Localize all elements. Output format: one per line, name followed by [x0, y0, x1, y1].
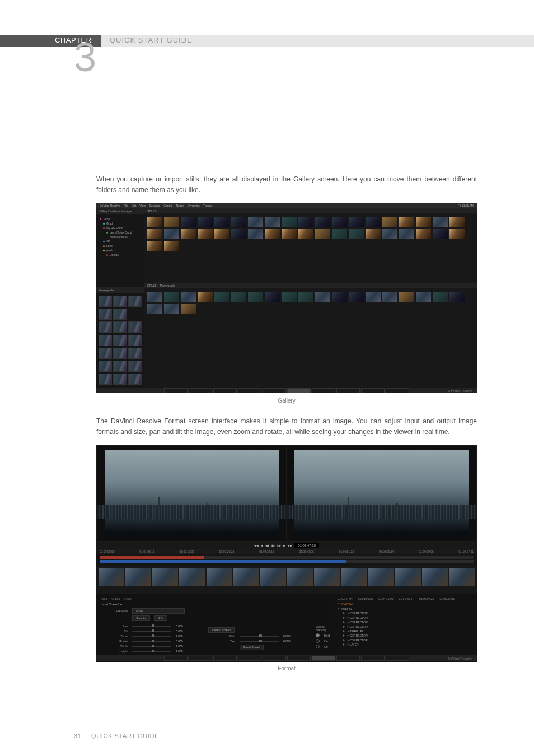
tree-item[interactable]: Temp	[103, 217, 110, 221]
tab-viewer[interactable]	[263, 388, 286, 393]
tab-color[interactable]	[238, 656, 261, 661]
tab-config[interactable]	[164, 656, 188, 661]
default-screen-button[interactable]: Default Screen	[208, 627, 235, 633]
width-value: 1.000	[176, 645, 191, 648]
blanking-title: Source Blanking	[316, 625, 330, 632]
transport-bar[interactable]: ◀◀◀◀▮▮▮▮▶▶▶▶ 01:03:47:18	[96, 542, 477, 549]
pan-value: 0.000	[176, 624, 191, 628]
edit-button[interactable]: Edit	[154, 615, 167, 621]
output-viewer[interactable]	[287, 446, 476, 541]
tab-powergrade[interactable]: Powergrade	[160, 284, 175, 287]
tree-item[interactable]: My UK Show	[106, 226, 123, 230]
footer-section: QUICK START GUIDE	[91, 732, 159, 739]
yaw-value: 0.000	[283, 640, 299, 643]
source-viewer[interactable]	[97, 446, 286, 541]
tab-conform[interactable]	[213, 388, 237, 393]
side-thumbs[interactable]	[96, 293, 144, 388]
tree-item[interactable]: Demos	[110, 253, 119, 256]
tab-deck[interactable]	[336, 388, 360, 393]
height-label: Height	[101, 650, 128, 653]
menubar: DaVinci Resolve File Edit View Sessions …	[96, 203, 477, 208]
format-screenshot: ◀◀◀◀▮▮▮▮▶▶▶▶ 01:03:47:18 01:00:00:0001:0…	[96, 445, 477, 661]
caption-gallery: Gallery	[96, 398, 477, 404]
tab-gallery[interactable]	[287, 388, 311, 393]
stills-grid-lower[interactable]	[144, 288, 477, 388]
filmstrip[interactable]	[96, 566, 477, 594]
pan-label: Pan	[101, 624, 128, 628]
pitch-label: Pitch	[208, 634, 235, 638]
tab-input[interactable]: Input	[101, 597, 107, 600]
tree-item[interactable]: miscellaneous	[110, 235, 128, 239]
folder-tree[interactable]: Temp Grad My UK Show Lens Noise Cloud mi…	[96, 214, 144, 287]
reset-preset-button[interactable]: Reset Preset	[240, 645, 264, 650]
menu-nodes[interactable]: Nodes	[176, 204, 184, 207]
tilt-value: 0.000	[176, 629, 191, 633]
content-area: When you capture or import stills, they …	[96, 148, 477, 684]
tab-revival[interactable]	[361, 388, 385, 393]
yaw-slider[interactable]	[240, 641, 279, 642]
zoom-slider[interactable]	[132, 636, 171, 637]
tab-deck[interactable]	[336, 656, 360, 661]
paragraph-format-intro: The DaVinci Resolve Format screen interf…	[96, 416, 477, 437]
save-as-button[interactable]: Save As	[132, 615, 150, 621]
tab-conform[interactable]	[213, 656, 237, 661]
tree-item[interactable]: Lens	[106, 244, 113, 248]
tab-browse[interactable]	[189, 656, 212, 661]
mini-timeline[interactable]: 01:00:00:0001:01:08:1601:02:17:0701:03:2…	[96, 549, 477, 566]
brand-label: DaVinci Resolve	[448, 389, 472, 393]
page-tabs[interactable]	[96, 655, 477, 661]
yaw-label: Yaw	[208, 640, 235, 643]
page-number: 31	[74, 732, 81, 739]
pitch-value: 0.000	[283, 634, 299, 638]
preset-dropdown[interactable]: None	[132, 608, 185, 614]
pitch-slider[interactable]	[240, 636, 279, 637]
menu-control[interactable]: Control	[163, 204, 172, 207]
tilt-slider[interactable]	[132, 631, 171, 632]
tab-proxy[interactable]: Proxy	[124, 597, 132, 600]
tree-item[interactable]: grads	[106, 249, 114, 252]
tab-browse[interactable]	[189, 388, 212, 393]
menu-edit[interactable]: Edit	[132, 204, 137, 207]
pan-slider[interactable]	[132, 626, 171, 627]
blanking-on[interactable]	[316, 639, 320, 643]
menu-file[interactable]: File	[124, 204, 128, 207]
tree-item[interactable]: 3D	[106, 240, 110, 243]
rotate-slider[interactable]	[132, 641, 171, 642]
brand-label: DaVinci Resolve	[448, 657, 472, 660]
tab-scene[interactable]	[386, 388, 409, 393]
tab-viewer[interactable]	[263, 656, 286, 661]
height-slider[interactable]	[132, 651, 171, 652]
gallery-db-title: Gallery Database Manager	[96, 208, 144, 214]
zoom-value: 1.000	[176, 634, 191, 638]
menu-tracker[interactable]: Tracker	[203, 204, 213, 207]
rotate-label: Rotate	[101, 640, 128, 643]
blanking-off[interactable]	[316, 645, 320, 648]
menu-sessions[interactable]: Sessions	[149, 204, 160, 207]
tab-format[interactable]	[312, 388, 335, 393]
tab-stills-upper[interactable]: STILLS	[147, 209, 157, 213]
tilt-label: Tilt	[101, 629, 128, 633]
input-transform-panel: Input Output Proxy Input Transform Prese…	[96, 594, 334, 662]
tree-item[interactable]: Grad	[106, 222, 113, 225]
tab-revival[interactable]	[361, 656, 385, 661]
tab-config[interactable]	[164, 388, 188, 393]
preset-label: Preset(s)	[101, 609, 128, 613]
tab-output[interactable]: Output	[111, 597, 120, 600]
height-value: 1.000	[176, 650, 191, 653]
tab-scene[interactable]	[386, 656, 409, 661]
tab-color[interactable]	[238, 388, 261, 393]
tab-format[interactable]	[312, 656, 335, 661]
menu-view[interactable]: View	[139, 204, 146, 207]
divider	[96, 148, 477, 148]
page-tabs[interactable]	[96, 388, 477, 393]
group-tab[interactable]: Powergrade	[96, 287, 144, 293]
stills-grid-upper[interactable]	[144, 214, 477, 282]
page-footer: 31 QUICK START GUIDE	[74, 732, 159, 739]
blanking-hold[interactable]	[316, 633, 320, 637]
tab-stills-lower[interactable]: STILLS	[147, 284, 157, 287]
tree-item[interactable]: Lens Noise Cloud	[110, 231, 132, 234]
caption-format: Format	[96, 665, 477, 671]
tab-gallery[interactable]	[287, 656, 311, 661]
menu-dynamics[interactable]: Dynamics	[188, 204, 200, 207]
width-slider[interactable]	[132, 646, 171, 647]
